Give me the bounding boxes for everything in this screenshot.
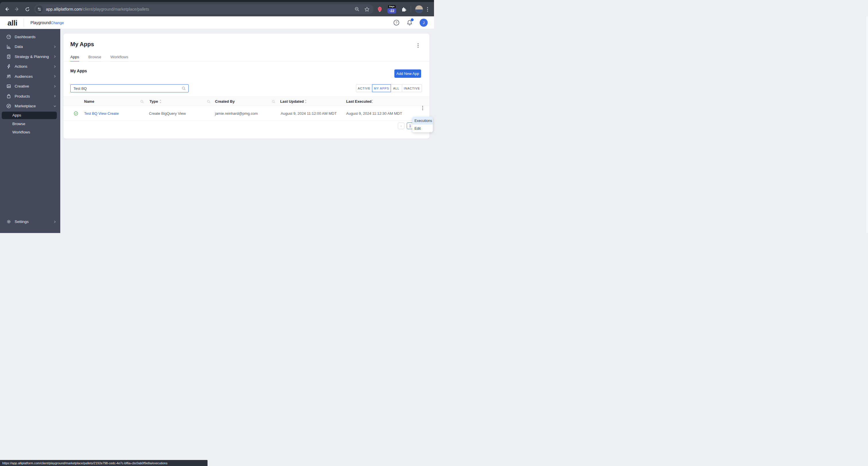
- context-menu-item-executions[interactable]: Executions: [412, 117, 433, 125]
- context-menu-item-edit[interactable]: Edit: [412, 125, 433, 132]
- page-title: My Apps: [70, 41, 94, 48]
- chevron-down-icon: [53, 105, 56, 107]
- chevron-right-icon: [53, 95, 56, 98]
- days-extension-label: Days: [388, 5, 395, 8]
- sidebar-item-strategy-planning[interactable]: Strategy & Planning: [0, 52, 60, 62]
- tab-browse[interactable]: Browse: [88, 55, 101, 62]
- tab-workflows[interactable]: Workflows: [111, 55, 128, 62]
- browser-chrome: app.alliplatform.com/client/playground/m…: [0, 0, 434, 17]
- bag-icon: [6, 94, 11, 99]
- sidebar-item-creative[interactable]: Creative: [0, 82, 60, 92]
- sidebar-subitem-label: Workflows: [12, 130, 30, 134]
- sidebar-item-label: Strategy & Planning: [14, 55, 53, 59]
- browser-profile-avatar[interactable]: [415, 5, 423, 13]
- column-header-name[interactable]: Name: [84, 97, 94, 106]
- section-title: My Apps: [70, 69, 87, 73]
- table-header: Name Type Created By Last Updated Last E…: [63, 96, 429, 106]
- app-search-field[interactable]: [70, 84, 189, 92]
- sidebar-item-label: Creative: [14, 84, 53, 88]
- sidebar-item-actions[interactable]: Actions: [0, 62, 60, 72]
- address-bar[interactable]: app.alliplatform.com/client/playground/m…: [34, 4, 374, 14]
- tabs-divider: [63, 61, 429, 62]
- column-header-created-by[interactable]: Created By: [215, 97, 235, 106]
- sidebar-item-settings[interactable]: Settings: [0, 217, 60, 227]
- sidebar-item-label: Dashboards: [14, 35, 56, 39]
- sidebar-item-workflows[interactable]: Workflows: [0, 128, 60, 136]
- browser-reload-button[interactable]: [23, 5, 31, 13]
- column-header-last-executed[interactable]: Last Executed: [346, 97, 371, 106]
- sidebar-item-apps[interactable]: Apps: [0, 111, 60, 120]
- strawberry-extension-icon[interactable]: [377, 6, 383, 12]
- sidebar-item-audiences[interactable]: Audiences: [0, 71, 60, 82]
- chevron-right-icon: [53, 45, 56, 48]
- url-text[interactable]: app.alliplatform.com/client/playground/m…: [46, 7, 149, 11]
- sidebar-item-browse[interactable]: Browse: [0, 120, 60, 128]
- browser-menu-icon[interactable]: [427, 7, 428, 11]
- sidebar-item-label: Settings: [14, 219, 53, 224]
- bar-chart-icon: [6, 44, 11, 49]
- sidebar-item-products[interactable]: Products: [0, 91, 60, 101]
- site-settings-icon[interactable]: [36, 5, 43, 13]
- change-workspace-link[interactable]: Change: [51, 21, 64, 25]
- chevron-right-icon: [53, 220, 56, 223]
- image-icon: [6, 84, 11, 89]
- column-search-icon[interactable]: [141, 97, 144, 106]
- filter-button-group: ACTIVE MY APPS ALL INACTIVE: [356, 84, 422, 92]
- filter-my-apps-button[interactable]: MY APPS: [372, 84, 391, 92]
- tab-apps[interactable]: Apps: [70, 55, 79, 62]
- notifications-bell-icon[interactable]: [406, 20, 413, 26]
- sidebar-item-label: Actions: [14, 64, 53, 69]
- gauge-icon: [6, 34, 11, 39]
- browser-toolbar: app.alliplatform.com/client/playground/m…: [0, 2, 434, 17]
- filter-inactive-button[interactable]: INACTIVE: [402, 85, 422, 92]
- help-icon[interactable]: ?: [393, 20, 400, 26]
- table-row[interactable]: Test BQ View Create Create BigQuery View…: [63, 106, 429, 121]
- chevron-right-icon: [53, 75, 56, 78]
- browser-back-button[interactable]: [3, 5, 11, 13]
- column-search-icon[interactable]: [272, 97, 275, 106]
- filter-all-button[interactable]: ALL: [391, 85, 402, 92]
- search-icon: [182, 86, 186, 90]
- last-executed-cell: August 9, 2024 11:12:30 AM MDT: [346, 106, 402, 121]
- sidebar-item-data[interactable]: Data: [0, 42, 60, 52]
- compass-icon: [6, 103, 11, 108]
- alli-logo[interactable]: alli: [7, 19, 17, 28]
- days-counter-extension[interactable]: Days -22: [386, 5, 397, 13]
- lightning-icon: [6, 64, 11, 69]
- search-input[interactable]: [71, 86, 182, 91]
- column-header-type[interactable]: Type: [150, 97, 158, 106]
- status-active-icon: [74, 106, 78, 121]
- sidebar-item-label: Audiences: [14, 74, 53, 79]
- card-menu-icon[interactable]: [416, 42, 420, 49]
- bookmark-star-icon[interactable]: [364, 7, 370, 12]
- app-name-link[interactable]: Test BQ View Create: [84, 106, 119, 121]
- people-icon: [6, 74, 11, 79]
- header-divider: [24, 19, 24, 27]
- sidebar-item-dashboards[interactable]: Dashboards: [0, 32, 60, 42]
- zoom-out-icon[interactable]: [354, 7, 360, 12]
- notification-dot: [411, 19, 414, 21]
- app-type-cell: Create BigQuery View: [149, 106, 186, 121]
- svg-text:?: ?: [396, 21, 397, 24]
- browser-forward-button[interactable]: [13, 5, 21, 13]
- extensions-puzzle-icon[interactable]: [401, 6, 407, 12]
- sidebar-subitem-label: Browse: [12, 122, 25, 126]
- filter-active-button[interactable]: ACTIVE: [356, 85, 372, 92]
- user-avatar[interactable]: J: [420, 19, 428, 27]
- chevron-right-icon: [53, 55, 56, 58]
- add-new-app-button[interactable]: Add New App: [394, 69, 421, 78]
- pagination-prev-button[interactable]: ‹: [398, 123, 404, 129]
- last-updated-cell: August 9, 2024 11:12:00 AM MDT: [281, 106, 337, 121]
- clipboard-icon: [6, 54, 11, 59]
- column-header-last-updated[interactable]: Last Updated: [280, 97, 304, 106]
- chevron-right-icon: [53, 85, 56, 88]
- url-host: app.alliplatform.com: [46, 7, 82, 11]
- app-header: alli Playground Change ? J: [0, 17, 434, 29]
- chevron-right-icon: [53, 65, 56, 68]
- sidebar-item-marketplace[interactable]: Marketplace: [0, 101, 60, 111]
- column-search-icon[interactable]: [207, 97, 210, 106]
- sidebar: Dashboards Data Strategy & Planning Acti…: [0, 29, 60, 233]
- workspace-name: Playground: [30, 20, 51, 25]
- sidebar-subitem-label: Apps: [12, 113, 21, 117]
- sidebar-item-label: Data: [14, 44, 53, 49]
